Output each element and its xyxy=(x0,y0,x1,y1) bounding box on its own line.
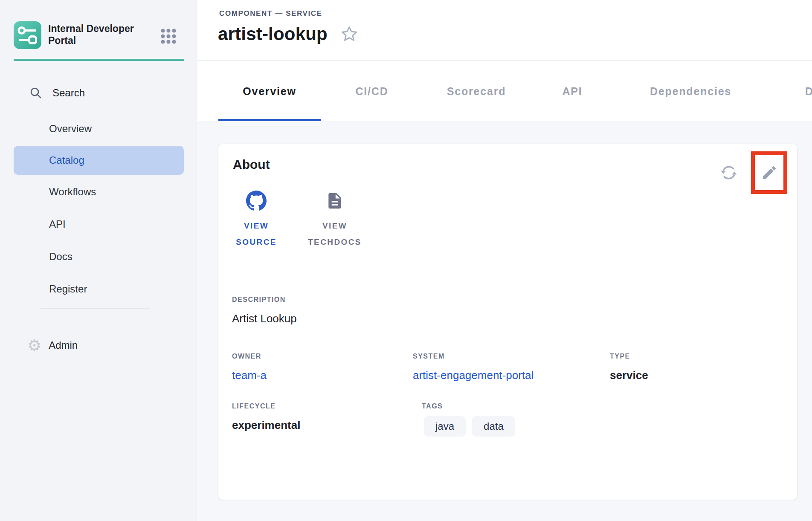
description-field: DESCRIPTION Artist Lookup xyxy=(232,296,297,325)
owner-label: OWNER xyxy=(232,353,413,360)
refresh-button[interactable] xyxy=(719,163,738,182)
annotation-highlight-box xyxy=(751,151,787,194)
system-label: SYSTEM xyxy=(413,353,610,360)
type-label: TYPE xyxy=(610,353,648,360)
about-card-title: About xyxy=(233,157,270,172)
description-label: DESCRIPTION xyxy=(232,296,297,304)
tab-overview[interactable]: Overview xyxy=(218,61,321,121)
view-source-label: VIEWSOURCE xyxy=(236,218,277,250)
app-logo-icon xyxy=(14,21,41,49)
breadcrumb: COMPONENT — SERVICE xyxy=(219,9,322,18)
edit-pencil-icon xyxy=(761,164,778,181)
favorite-star-icon[interactable] xyxy=(340,25,358,43)
edit-button[interactable] xyxy=(761,164,778,181)
github-icon xyxy=(246,191,267,211)
about-fields-row-1: OWNER team-a SYSTEM artist-engagement-po… xyxy=(232,353,648,382)
tab-api[interactable]: API xyxy=(540,61,604,121)
lifecycle-field: LIFECYCLE experimental xyxy=(232,402,413,437)
sidebar: Internal Developer Portal Search Overvie… xyxy=(0,0,197,521)
view-techdocs-link[interactable]: VIEWTECHDOCS xyxy=(302,191,367,250)
tag-chip[interactable]: data xyxy=(472,416,515,437)
lifecycle-value: experimental xyxy=(232,419,413,432)
sidebar-item-catalog[interactable]: Catalog xyxy=(14,146,184,175)
entity-header: COMPONENT — SERVICE artist-lookup xyxy=(197,0,812,61)
about-card: About VIEWSOU xyxy=(218,144,798,500)
view-source-link[interactable]: VIEWSOURCE xyxy=(233,191,280,250)
tag-chip[interactable]: java xyxy=(424,416,466,437)
about-links-row: VIEWSOURCE VIEWTECHDOCS xyxy=(233,191,367,250)
system-field: SYSTEM artist-engagement-portal xyxy=(413,353,610,382)
description-value: Artist Lookup xyxy=(232,312,297,325)
techdocs-file-icon xyxy=(325,191,344,211)
search-label: Search xyxy=(52,87,85,99)
sidebar-item-api[interactable]: API xyxy=(0,208,197,240)
app-title: Internal Developer Portal xyxy=(48,21,155,46)
lifecycle-label: LIFECYCLE xyxy=(232,402,413,410)
owner-value-link[interactable]: team-a xyxy=(232,369,267,382)
owner-field: OWNER team-a xyxy=(232,353,413,382)
sidebar-divider xyxy=(41,308,150,309)
entity-tabs: Overview CI/CD Scorecard API Dependencie… xyxy=(197,61,812,121)
tab-cicd[interactable]: CI/CD xyxy=(331,61,412,121)
view-techdocs-label: VIEWTECHDOCS xyxy=(308,218,362,250)
tags-label: TAGS xyxy=(422,402,610,410)
type-field: TYPE service xyxy=(610,353,648,382)
refresh-icon xyxy=(719,163,738,182)
apps-grid-icon[interactable] xyxy=(161,29,176,44)
tab-scorecard[interactable]: Scorecard xyxy=(423,61,530,121)
system-value-link[interactable]: artist-engagement-portal xyxy=(413,369,534,382)
tab-dependencies[interactable]: Dependencies xyxy=(615,61,766,121)
about-card-actions xyxy=(719,151,787,194)
sidebar-item-docs[interactable]: Docs xyxy=(0,240,197,273)
search-icon xyxy=(29,86,43,100)
tags-field: TAGS java data xyxy=(422,402,610,437)
sidebar-item-register[interactable]: Register xyxy=(0,273,197,305)
sidebar-search[interactable]: Search xyxy=(0,77,197,109)
admin-label: Admin xyxy=(49,339,78,351)
page-title: artist-lookup xyxy=(218,24,328,44)
app-logo-home-link[interactable]: Internal Developer Portal xyxy=(14,21,155,49)
gear-icon: ⚙ xyxy=(27,338,41,353)
sidebar-nav: Overview Catalog Workflows API Docs Regi… xyxy=(0,113,197,305)
tab-docs[interactable]: Docs xyxy=(777,61,812,121)
sidebar-item-overview[interactable]: Overview xyxy=(0,113,197,145)
sidebar-item-workflows[interactable]: Workflows xyxy=(0,176,197,208)
sidebar-item-admin[interactable]: ⚙ Admin xyxy=(0,329,197,362)
sidebar-accent-divider xyxy=(14,59,184,61)
about-fields-row-2: LIFECYCLE experimental TAGS java data xyxy=(232,402,610,437)
type-value: service xyxy=(610,369,648,382)
